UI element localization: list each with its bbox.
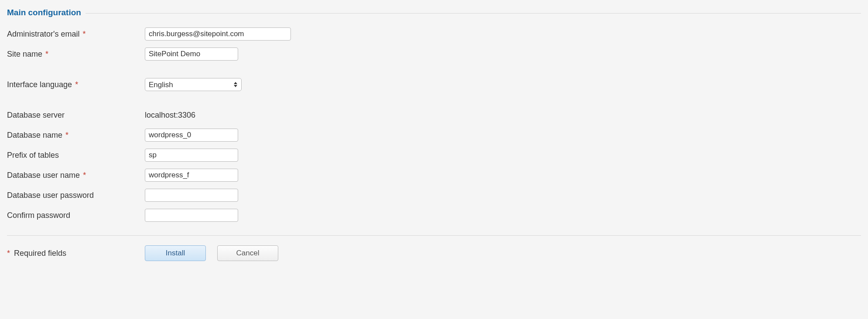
row-db-server: Database server localhost:3306 (7, 108, 861, 122)
required-fields-text: Required fields (14, 249, 66, 258)
required-star-icon: * (83, 171, 86, 180)
label-text: Prefix of tables (7, 151, 59, 160)
row-admin-email: Administrator's email * (7, 27, 861, 41)
required-star-icon: * (83, 30, 86, 38)
label-db-name: Database name * (7, 131, 145, 140)
required-fields-note: * Required fields (7, 249, 145, 258)
prefix-tables-input[interactable] (145, 149, 238, 162)
label-interface-language: Interface language * (7, 80, 145, 89)
db-user-name-input[interactable] (145, 169, 238, 182)
db-name-input[interactable] (145, 129, 238, 142)
label-db-server: Database server (7, 111, 145, 120)
label-site-name: Site name * (7, 50, 145, 59)
label-db-user-name: Database user name * (7, 171, 145, 180)
label-text: Database name (7, 131, 62, 139)
main-configuration-fieldset: Main configuration Administrator's email… (7, 8, 861, 222)
db-server-value: localhost:3306 (145, 111, 195, 120)
row-db-user-password: Database user password (7, 188, 861, 202)
label-text: Site name (7, 50, 42, 58)
required-star-icon: * (75, 80, 78, 89)
row-site-name: Site name * (7, 47, 861, 61)
confirm-password-input[interactable] (145, 209, 238, 222)
install-button[interactable]: Install (145, 245, 206, 261)
interface-language-select[interactable]: English (145, 78, 242, 91)
label-text: Interface language (7, 80, 72, 89)
fieldset-divider-line (7, 13, 861, 14)
cancel-button[interactable]: Cancel (217, 245, 278, 261)
required-star-icon: * (7, 249, 10, 258)
label-prefix-tables: Prefix of tables (7, 151, 145, 160)
row-confirm-password: Confirm password (7, 208, 861, 222)
label-confirm-password: Confirm password (7, 211, 145, 220)
row-db-user-name: Database user name * (7, 168, 861, 182)
admin-email-input[interactable] (145, 27, 291, 41)
row-prefix-tables: Prefix of tables (7, 148, 861, 162)
label-admin-email: Administrator's email * (7, 30, 145, 39)
required-star-icon: * (65, 131, 68, 139)
label-text: Database server (7, 111, 65, 119)
site-name-input[interactable] (145, 48, 238, 61)
label-text: Confirm password (7, 211, 70, 220)
row-db-name: Database name * (7, 128, 861, 142)
row-interface-language: Interface language * English (7, 78, 861, 92)
db-user-password-input[interactable] (145, 189, 238, 202)
label-db-user-password: Database user password (7, 191, 145, 200)
label-text: Database user password (7, 191, 94, 200)
label-text: Administrator's email (7, 30, 79, 38)
required-star-icon: * (45, 50, 48, 58)
footer-divider (7, 235, 861, 236)
label-text: Database user name (7, 171, 80, 180)
footer-row: * Required fields Install Cancel (7, 245, 861, 261)
fieldset-legend: Main configuration (7, 8, 85, 17)
form-body: Administrator's email * Site name * Inte… (7, 17, 861, 222)
